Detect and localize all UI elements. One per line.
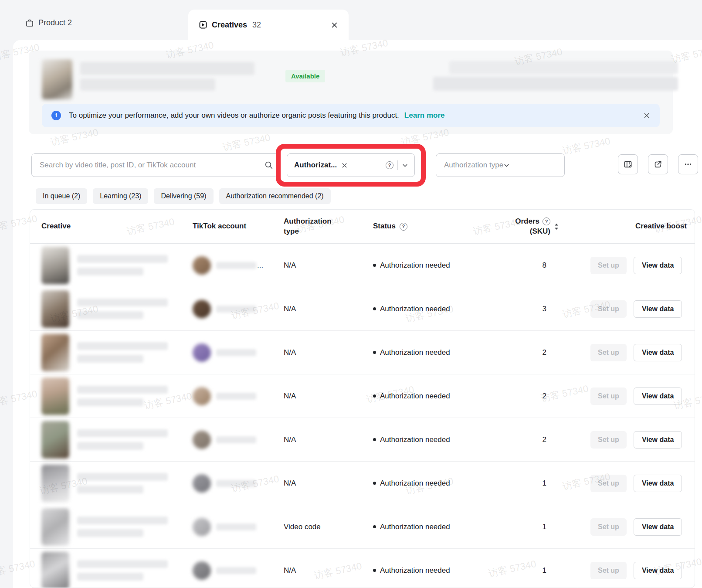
product-icon (25, 19, 34, 27)
orders-cell: 1 (471, 549, 578, 588)
filter-chip-label: Authorizat... (294, 161, 337, 170)
set-up-button[interactable]: Set up (590, 387, 627, 405)
remove-filter-icon[interactable] (341, 162, 348, 169)
redacted-detail-bar (433, 77, 678, 91)
status-filter-select[interactable]: Authorizat... ? (287, 153, 415, 177)
status-dot (373, 482, 376, 485)
creative-thumbnail (41, 377, 69, 415)
creatives-table: Creative TikTok account Authorization ty… (30, 209, 695, 588)
set-up-button[interactable]: Set up (590, 300, 627, 318)
more-actions-button[interactable] (678, 154, 698, 174)
ellipsis-icon (684, 160, 692, 169)
filter-authorization-recommended[interactable]: Authorization recommended (2) (219, 188, 331, 204)
table-row: N/A Authorization needed 2 Set upView da… (30, 418, 695, 462)
status-label: Authorization needed (380, 523, 450, 531)
status-cell: Authorization needed (362, 287, 471, 330)
status-dot (373, 525, 376, 528)
sort-icon[interactable] (553, 223, 560, 231)
view-data-button[interactable]: View data (634, 257, 682, 274)
filter-delivering[interactable]: Delivering (59) (154, 188, 213, 204)
account-avatar (193, 431, 211, 449)
authorization-type-cell: N/A (270, 374, 362, 418)
status-dot (373, 307, 376, 310)
help-icon: ? (386, 161, 393, 169)
view-data-button[interactable]: View data (634, 300, 682, 318)
view-data-button[interactable]: View data (634, 562, 682, 579)
tab-product[interactable]: Product 2 (25, 13, 72, 33)
orders-cell: 1 (471, 505, 578, 548)
table-row: N/A Authorization needed 2 Set upView da… (30, 374, 695, 418)
view-data-button[interactable]: View data (634, 431, 682, 449)
table-row: N/A Authorization needed 1 Set upView da… (30, 549, 695, 588)
set-up-button[interactable]: Set up (590, 475, 627, 492)
status-label: Authorization needed (380, 261, 450, 270)
table-header: Creative TikTok account Authorization ty… (30, 210, 695, 244)
header-tiktok-account: TikTok account (189, 210, 270, 243)
authorization-type-select[interactable]: Authorization type (436, 153, 565, 177)
banner-close-icon[interactable] (643, 112, 650, 119)
search-input[interactable] (40, 161, 265, 170)
header-status-label: Status (373, 221, 396, 231)
help-icon: ? (400, 223, 407, 231)
status-dot (373, 569, 376, 572)
header-creative-boost: Creative boost (578, 210, 694, 243)
view-data-button[interactable]: View data (634, 387, 682, 405)
view-data-button[interactable]: View data (634, 518, 682, 536)
export-icon (654, 160, 662, 169)
set-up-button[interactable]: Set up (590, 562, 627, 579)
redacted-product-title (80, 62, 254, 75)
status-cell: Authorization needed (362, 549, 471, 588)
banner-message: To optimize your performance, add your o… (69, 111, 399, 120)
product-image (42, 59, 72, 99)
tab-creatives[interactable]: Creatives 32 (188, 10, 349, 40)
creative-thumbnail (41, 421, 69, 459)
export-button[interactable] (648, 154, 668, 174)
account-avatar (193, 474, 211, 493)
page: Product 2 Creatives 32 Available i To op… (0, 0, 702, 588)
status-label: Authorization needed (380, 566, 450, 575)
filter-learning[interactable]: Learning (23) (93, 188, 148, 204)
info-banner: i To optimize your performance, add your… (42, 104, 660, 127)
tab-close-icon[interactable] (331, 21, 338, 29)
set-up-button[interactable]: Set up (590, 518, 627, 536)
header-orders-label: Orders (515, 217, 539, 226)
learn-more-link[interactable]: Learn more (404, 111, 445, 120)
header-orders: Orders ? (SKU) (471, 210, 578, 243)
creatives-icon (199, 20, 207, 29)
orders-cell: 2 (471, 331, 578, 374)
status-label: Authorization needed (380, 348, 450, 357)
view-data-button[interactable]: View data (634, 475, 682, 492)
account-avatar (193, 256, 211, 275)
orders-cell: 2 (471, 418, 578, 461)
redacted-detail-bar (449, 61, 678, 74)
availability-badge: Available (285, 70, 325, 82)
view-data-button[interactable]: View data (634, 344, 682, 361)
account-name-overflow: ... (257, 261, 263, 270)
status-cell: Authorization needed (362, 505, 471, 548)
tab-creatives-count: 32 (252, 20, 261, 30)
search-icon[interactable] (265, 161, 273, 170)
authorization-type-cell: N/A (270, 418, 362, 461)
filter-in-queue[interactable]: In queue (2) (36, 188, 87, 204)
authorization-type-cell: N/A (270, 331, 362, 374)
quick-filters: In queue (2) Learning (23) Delivering (5… (36, 188, 331, 204)
columns-icon (624, 160, 632, 169)
authorization-type-cell: Video code (270, 505, 362, 548)
creative-thumbnail (41, 334, 69, 371)
column-settings-button[interactable] (618, 154, 638, 174)
orders-cell: 8 (471, 244, 578, 287)
authorization-type-cell: N/A (270, 287, 362, 330)
status-dot (373, 264, 376, 267)
orders-cell: 2 (471, 374, 578, 418)
account-avatar (193, 387, 211, 405)
set-up-button[interactable]: Set up (590, 257, 627, 274)
chevron-down-icon (503, 162, 510, 169)
authorization-type-placeholder: Authorization type (444, 161, 503, 170)
authorization-type-cell: N/A (270, 244, 362, 287)
table-row: Video code Authorization needed 1 Set up… (30, 505, 695, 549)
set-up-button[interactable]: Set up (590, 431, 627, 449)
set-up-button[interactable]: Set up (590, 344, 627, 361)
status-dot (373, 394, 376, 398)
status-cell: Authorization needed (362, 244, 471, 287)
main-content: Available i To optimize your performance… (13, 40, 702, 588)
